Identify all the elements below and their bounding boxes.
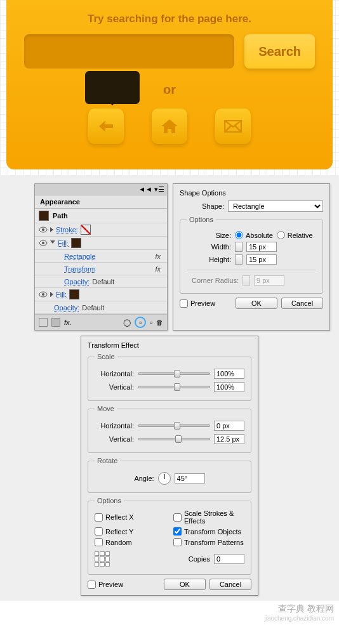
svg-point-3 <box>42 242 44 244</box>
absolute-radio[interactable] <box>235 231 243 239</box>
opacity-label-2[interactable]: Opacity: <box>54 304 79 312</box>
search-input[interactable] <box>24 34 234 69</box>
scale-h-input[interactable] <box>214 369 244 379</box>
size-label: Size: <box>187 232 231 239</box>
path-swatch[interactable] <box>39 211 49 221</box>
transform-effect[interactable]: Transform <box>64 265 96 273</box>
ok-button[interactable]: OK <box>236 298 277 309</box>
svg-point-1 <box>42 228 44 231</box>
transform-objects-checkbox[interactable] <box>173 527 182 536</box>
preview-checkbox[interactable] <box>88 581 96 589</box>
visibility-icon[interactable] <box>39 240 48 246</box>
opacity-value-2: Default <box>82 304 104 312</box>
move-h-slider[interactable] <box>138 424 210 427</box>
scale-strokes-checkbox[interactable] <box>173 513 182 522</box>
fx-badge: fx <box>155 253 164 260</box>
back-button[interactable] <box>88 108 124 144</box>
fx-menu[interactable]: fx. <box>64 319 72 326</box>
new-fill-icon[interactable]: ▫ <box>150 319 152 326</box>
visibility-icon[interactable] <box>39 227 48 233</box>
visibility-icon[interactable] <box>39 291 48 298</box>
scale-v-input[interactable] <box>214 382 244 392</box>
stroke-swatch[interactable] <box>81 225 91 235</box>
tooltip-bubble <box>85 71 140 104</box>
height-input[interactable] <box>246 254 277 265</box>
move-v-input[interactable] <box>214 434 244 444</box>
height-stepper[interactable] <box>235 254 243 265</box>
mail-button[interactable] <box>215 108 251 144</box>
clear-icon[interactable] <box>51 318 60 327</box>
dialog-title: Shape Options <box>180 189 323 197</box>
transform-patterns-checkbox[interactable] <box>173 538 182 546</box>
fill-label[interactable]: Fill: <box>58 239 69 247</box>
shape-label: Shape: <box>180 202 224 210</box>
shape-options-dialog: Shape Options Shape: Rectangle Options S… <box>173 183 330 331</box>
scale-legend: Scale <box>95 353 117 360</box>
fx-badge: fx <box>155 265 164 273</box>
move-v-slider[interactable] <box>138 438 210 440</box>
duplicate-icon[interactable]: ▫ <box>135 317 146 328</box>
cancel-button[interactable]: Cancel <box>209 579 251 590</box>
anchor-grid[interactable] <box>95 551 110 567</box>
watermark-bottom: 查字典 教程网 jiaocheng.chazidian.com <box>0 601 339 624</box>
rectangle-effect[interactable]: Rectangle <box>64 253 96 260</box>
move-legend: Move <box>95 405 117 412</box>
delete-icon[interactable]: 🗑 <box>156 319 163 326</box>
rotate-legend: Rotate <box>95 457 120 464</box>
collapse-icon[interactable]: ◄◄ <box>138 185 152 194</box>
arrow-left-icon <box>98 119 114 133</box>
no-selection-icon[interactable] <box>39 318 48 327</box>
width-label: Width: <box>187 243 231 251</box>
width-stepper[interactable] <box>235 242 243 252</box>
angle-input[interactable] <box>175 473 205 483</box>
opacity-value: Default <box>92 278 114 286</box>
mail-icon <box>224 120 242 133</box>
width-input[interactable] <box>246 242 277 252</box>
expand-icon[interactable] <box>50 227 53 232</box>
height-label: Height: <box>187 256 231 263</box>
cancel-button[interactable]: Cancel <box>281 298 323 309</box>
new-stroke-icon[interactable]: ◯ <box>123 319 131 327</box>
angle-dial[interactable] <box>158 472 171 485</box>
fill-label-2[interactable]: Fill: <box>56 291 67 298</box>
scale-h-slider[interactable] <box>138 372 210 375</box>
move-h-input[interactable] <box>214 421 244 431</box>
options-legend: Options <box>95 497 124 504</box>
panel-menu-icon[interactable]: ▾☰ <box>154 185 164 194</box>
shape-select[interactable]: Rectangle <box>228 200 323 212</box>
search-button[interactable]: Search <box>244 34 315 69</box>
copies-label: Copies <box>114 555 210 563</box>
dialog-title: Transform Effect <box>88 341 251 349</box>
angle-label: Angle: <box>134 475 154 482</box>
random-checkbox[interactable] <box>95 538 103 546</box>
fill-swatch[interactable] <box>71 238 81 248</box>
reflect-y-checkbox[interactable] <box>95 527 103 536</box>
copies-input[interactable] <box>214 554 244 564</box>
scale-v-slider[interactable] <box>138 386 210 388</box>
preview-checkbox[interactable] <box>180 299 188 308</box>
expand-icon[interactable] <box>50 292 53 297</box>
or-label: or <box>24 82 315 97</box>
stroke-label[interactable]: Stroke: <box>56 226 78 233</box>
ok-button[interactable]: OK <box>164 579 206 590</box>
scale-v-label: Vertical: <box>95 383 134 391</box>
relative-radio[interactable] <box>277 231 285 239</box>
svg-point-5 <box>42 293 44 296</box>
home-button[interactable] <box>152 108 187 144</box>
transform-effect-dialog: Transform Effect Scale Horizontal: Verti… <box>81 336 258 596</box>
opacity-label[interactable]: Opacity: <box>64 278 90 286</box>
corner-label: Corner Radius: <box>187 277 239 284</box>
move-v-label: Vertical: <box>95 435 134 443</box>
reflect-x-checkbox[interactable] <box>95 513 103 522</box>
move-h-label: Horizontal: <box>95 422 134 430</box>
path-label: Path <box>53 212 68 220</box>
appearance-title: Appearance <box>35 195 167 209</box>
home-icon <box>161 119 178 134</box>
search-card: Try searching for the page here. Search … <box>6 0 333 169</box>
search-hint: Try searching for the page here. <box>24 13 315 25</box>
corner-stepper <box>243 275 250 286</box>
fill-swatch-2[interactable] <box>69 289 79 299</box>
corner-input <box>254 275 284 286</box>
collapse-icon[interactable] <box>50 240 55 246</box>
scale-h-label: Horizontal: <box>95 370 134 378</box>
